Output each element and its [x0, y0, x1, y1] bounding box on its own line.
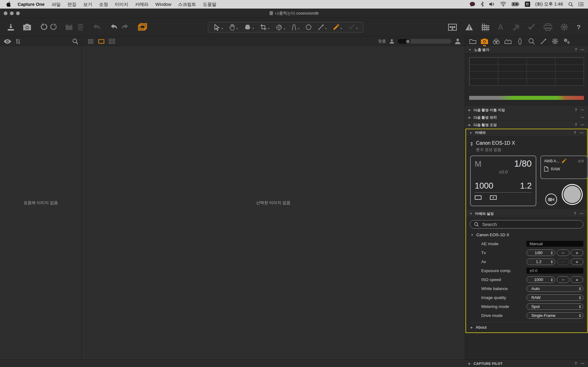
awb-value[interactable]: AWB A...	[544, 159, 560, 163]
section-next-capture-naming[interactable]: ▶ 다음 촬영 이름 지정 ?•••	[465, 106, 588, 114]
section-help-button[interactable]: ?	[575, 108, 577, 112]
tab-settings-gear[interactable]	[551, 37, 559, 46]
menu-item-4[interactable]: 조정	[96, 2, 111, 7]
tab-adjustments-brush[interactable]	[540, 37, 547, 46]
increment-button[interactable]: +	[571, 250, 583, 256]
decrement-button[interactable]: −	[557, 258, 569, 265]
disclosure-triangle[interactable]: ▼	[471, 233, 473, 237]
section-help-button[interactable]: ?	[575, 123, 577, 127]
decrement-button[interactable]: −	[557, 276, 569, 283]
apply-adjustments-tool[interactable]	[348, 24, 358, 30]
menu-item-8[interactable]: 스크립트	[175, 2, 200, 7]
search-input[interactable]: Search	[482, 222, 497, 227]
sort-order-button[interactable]	[15, 39, 20, 44]
menu-item-5[interactable]: 이미지	[111, 2, 132, 7]
increment-button[interactable]: +	[571, 276, 583, 283]
setting-value-select[interactable]: RAW	[526, 294, 583, 301]
section-more-button[interactable]: •••	[581, 123, 585, 126]
section-more-button[interactable]: •••	[581, 48, 585, 51]
grid-overlay-button[interactable]	[482, 23, 490, 31]
setting-value-stepper[interactable]: 1/80	[526, 250, 555, 256]
single-view-button[interactable]	[98, 39, 105, 44]
section-help-button[interactable]: ?	[575, 361, 577, 366]
disclosure-triangle[interactable]: ▶	[469, 109, 471, 112]
tab-capture[interactable]	[481, 37, 488, 46]
pan-hand-tool[interactable]	[228, 24, 239, 31]
setting-value-select[interactable]: Spot	[526, 303, 583, 310]
section-exposure-evaluation[interactable]: ▼ 노출 평가 ? •••	[465, 46, 588, 53]
section-help-button[interactable]: ?	[574, 211, 576, 216]
lcd-aperture-value[interactable]: 1.2	[520, 181, 532, 191]
help-button[interactable]: ?	[577, 23, 581, 31]
loupe-tool[interactable]	[243, 24, 255, 30]
section-next-capture-location[interactable]: ▶ 다음 촬영 위치 •••	[465, 114, 588, 121]
setting-value-select[interactable]: Auto	[526, 285, 583, 292]
increment-button[interactable]: +	[571, 258, 583, 265]
tab-lens[interactable]	[516, 37, 523, 46]
disclosure-triangle[interactable]: ▶	[469, 116, 471, 119]
disclosure-triangle[interactable]: ▶	[471, 326, 473, 329]
spotlight-search-icon[interactable]	[568, 2, 573, 7]
disclosure-triangle[interactable]: ▶	[469, 123, 471, 126]
input-source-badge[interactable]: 한	[525, 2, 530, 7]
lcd-iso-value[interactable]: 1000	[475, 181, 493, 191]
section-more-button[interactable]: •••	[580, 212, 584, 215]
setting-value-stepper[interactable]: 1.2	[526, 258, 555, 265]
section-more-button[interactable]: •••	[581, 116, 585, 119]
menu-item-1[interactable]: 파일	[48, 2, 64, 7]
process-check-button[interactable]	[527, 24, 535, 31]
rotate-freehand-tool[interactable]	[275, 24, 286, 31]
volume-icon[interactable]	[489, 2, 495, 6]
section-camera-settings[interactable]: ▼ 카메라 설정 ?•••	[466, 210, 587, 217]
chat-bubble-icon[interactable]	[469, 2, 475, 7]
rotate-left-button[interactable]	[40, 23, 48, 31]
menu-item-9[interactable]: 도움말	[200, 2, 220, 7]
menu-item-app[interactable]: Capture One	[14, 2, 48, 7]
wb-settings-label[interactable]: 설정	[578, 159, 584, 163]
device-group-row[interactable]: ▼ Canon EOS-1D X	[471, 233, 587, 237]
setting-value-stepper[interactable]: 1000	[526, 276, 555, 283]
tab-workflow-gears[interactable]	[563, 37, 570, 46]
disclosure-triangle[interactable]: ▼	[469, 131, 472, 134]
zoom-slider-knob[interactable]	[406, 40, 410, 43]
trash-button[interactable]	[77, 23, 84, 31]
tab-exposure-curve[interactable]	[504, 37, 512, 46]
select-cursor-tool[interactable]	[213, 24, 224, 31]
file-format-value[interactable]: RAW	[551, 167, 560, 171]
notification-center-icon[interactable]	[578, 2, 584, 6]
wifi-icon[interactable]	[500, 2, 506, 6]
section-more-button[interactable]: •••	[580, 131, 584, 134]
lcd-ev-value[interactable]: ±0.0	[475, 169, 532, 174]
export-button[interactable]	[512, 23, 519, 31]
tab-details[interactable]	[528, 37, 535, 46]
menu-clock[interactable]: (화) 오후 1:46	[535, 1, 563, 7]
import-images-button[interactable]	[7, 23, 15, 31]
tab-library[interactable]	[469, 37, 476, 46]
section-capture-pilot[interactable]: ▶ CAPTURE PILOT ?•••	[465, 360, 588, 367]
spot-metering-icon[interactable]	[490, 195, 497, 200]
menu-item-3[interactable]: 보기	[80, 2, 96, 7]
capture-camera-button[interactable]	[23, 23, 31, 31]
straighten-tool[interactable]	[291, 24, 300, 31]
move-to-folder-button[interactable]	[65, 24, 74, 31]
redo-button[interactable]	[121, 24, 128, 31]
print-button[interactable]	[544, 23, 552, 31]
menu-item-6[interactable]: 카메라	[132, 2, 152, 7]
section-camera[interactable]: ▼ 카메라 ?•••	[466, 129, 587, 137]
decrement-button[interactable]: −	[557, 250, 569, 256]
zoom-slider[interactable]	[398, 39, 451, 44]
filter-eye-button[interactable]	[4, 39, 11, 44]
menu-item-7[interactable]: Window	[152, 2, 175, 7]
lcd-shutter-value[interactable]: 1/80	[514, 159, 532, 169]
video-record-button[interactable]	[545, 194, 557, 205]
zoom-fit-label[interactable]: 맞춤	[378, 39, 386, 44]
undo-button[interactable]	[110, 24, 118, 31]
grid-view-button[interactable]	[87, 39, 94, 44]
copy-adjustments-button[interactable]	[137, 23, 147, 32]
wb-eyedropper-icon[interactable]	[561, 158, 567, 164]
revert-button[interactable]	[93, 23, 101, 31]
about-row[interactable]: ▶ About	[470, 322, 583, 332]
pick-white-balance-tool[interactable]	[332, 24, 343, 31]
section-help-button[interactable]: ?	[575, 48, 577, 52]
draw-mask-tool[interactable]	[317, 24, 327, 31]
